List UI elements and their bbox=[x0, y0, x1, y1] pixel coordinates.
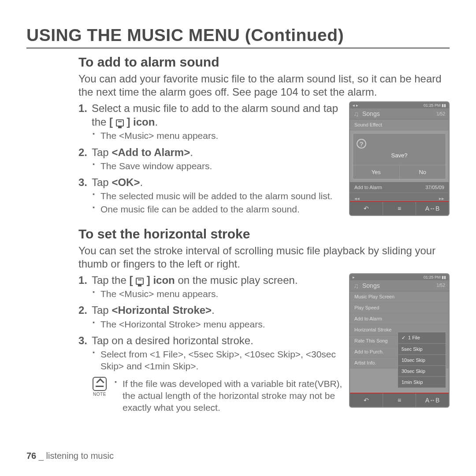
back-icon[interactable]: ↶ bbox=[350, 394, 383, 407]
page-number: 76 bbox=[26, 451, 36, 461]
menu-item[interactable]: Sound Effect bbox=[350, 119, 449, 130]
section2-heading: To set the horizontal stroke bbox=[26, 227, 450, 242]
back-icon[interactable]: ↶ bbox=[350, 202, 383, 215]
menu-item[interactable]: Music Play Screen bbox=[350, 291, 449, 302]
menu-icon bbox=[116, 119, 124, 126]
note-text: If the file was developed with a variabl… bbox=[114, 378, 344, 414]
no-button[interactable]: No bbox=[400, 165, 446, 179]
page-footer: 76 _ listening to music bbox=[26, 451, 114, 461]
menu-item[interactable]: Play Speed bbox=[350, 302, 449, 313]
menu-icon bbox=[136, 278, 144, 285]
ab-repeat-icon[interactable]: A↔B bbox=[416, 394, 449, 407]
chapter-label: listening to music bbox=[46, 451, 114, 461]
bullet: The selected music will be added to the … bbox=[92, 190, 344, 202]
horizontal-stroke-submenu: 1 File 5sec Skip 10sec Skip 30sec Skip 1… bbox=[398, 332, 446, 388]
menu-icon[interactable]: ≡ bbox=[383, 202, 416, 215]
submenu-option[interactable]: 5sec Skip bbox=[398, 344, 446, 355]
question-icon: ? bbox=[357, 139, 366, 149]
device-header-title: Songs bbox=[362, 110, 437, 117]
ab-repeat-icon[interactable]: A↔B bbox=[416, 202, 449, 215]
bullet: The <Music> menu appears. bbox=[92, 130, 344, 141]
submenu-option[interactable]: 1min Skip bbox=[398, 377, 446, 388]
submenu-option[interactable]: 10sec Skip bbox=[398, 355, 446, 366]
device-screenshot-1: ◂ ▸01:25 PM ▮▮ Songs 1/52 Sound Effect ?… bbox=[349, 101, 450, 216]
note-icon bbox=[93, 377, 107, 391]
section1-steps: Select a music file to add to the alarm … bbox=[78, 101, 344, 215]
device-screenshot-2: ▸01:25 PM ▮▮ Songs 1/52 Music Play Scree… bbox=[349, 273, 450, 408]
bullet: One music file can be added to the alarm… bbox=[92, 203, 344, 215]
save-dialog: ? Save? Yes No bbox=[353, 133, 446, 179]
section1-heading: To add to alarm sound bbox=[26, 55, 450, 70]
bullet: The <Horizontal Stroke> menu appears. bbox=[92, 318, 344, 330]
page-title: USING THE MUSIC MENU (Continued) bbox=[26, 26, 450, 48]
bullet: The Save window appears. bbox=[92, 160, 344, 172]
menu-item[interactable]: Add to Alarm bbox=[350, 313, 449, 324]
submenu-option[interactable]: 1 File bbox=[398, 332, 446, 344]
section2-intro: You can set the stroke interval of scrol… bbox=[26, 244, 450, 271]
device-header-title: Songs bbox=[362, 282, 437, 289]
menu-icon[interactable]: ≡ bbox=[383, 394, 416, 407]
music-note-icon bbox=[353, 282, 361, 289]
music-note-icon bbox=[353, 110, 361, 117]
section2-steps: Tap the [ ] icon on the music play scree… bbox=[78, 273, 344, 372]
note-badge: NOTE bbox=[92, 377, 108, 417]
submenu-option[interactable]: 30sec Skip bbox=[398, 366, 446, 377]
section1-intro: You can add your favorite music file to … bbox=[26, 72, 450, 99]
track-count: 1/52 bbox=[437, 112, 445, 116]
menu-item[interactable]: Add to Alarm bbox=[354, 185, 382, 190]
yes-button[interactable]: Yes bbox=[353, 165, 400, 179]
date-label: 37/05/09 bbox=[425, 185, 444, 190]
bullet: Select from <1 File>, <5sec Skip>, <10se… bbox=[92, 348, 344, 372]
dialog-prompt: Save? bbox=[353, 152, 446, 159]
bullet: The <Music> menu appears. bbox=[92, 288, 344, 300]
track-count: 1/52 bbox=[437, 283, 445, 288]
